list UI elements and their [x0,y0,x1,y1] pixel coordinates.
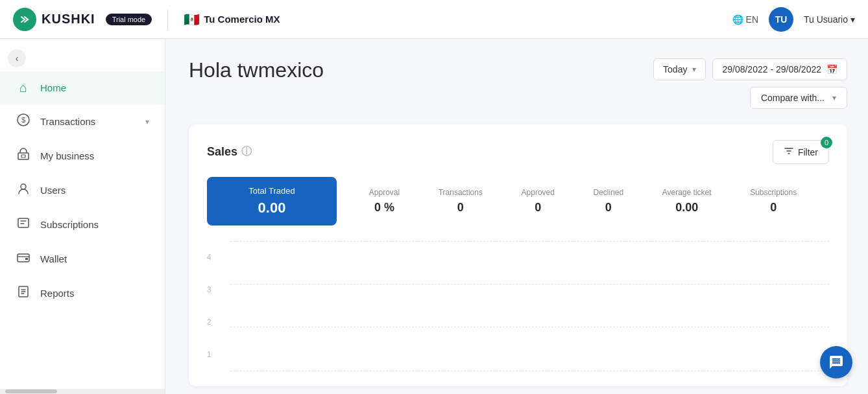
total-traded-value: 0.00 [225,200,319,216]
sales-card-header: Sales ⓘ Filter 0 [207,140,829,164]
page-title: Hola twmexico [189,58,653,82]
date-period-selector[interactable]: Today ▾ [653,58,706,80]
grid-line-1 [230,371,829,371]
y-label-2: 2 [207,318,226,327]
home-icon: ⌂ [16,80,31,95]
topbar-right: 🌐 EN TU Tu Usuario ▾ [732,7,855,32]
main-content: Hola twmexico Today ▾ 29/08/2022 - 29/08… [165,39,868,394]
sales-title: Sales ⓘ [207,145,252,159]
globe-icon: 🌐 [732,14,743,25]
stat-subscriptions-value: 0 [750,201,797,214]
app-body: ‹ ⌂ Home $ Transactions ▾ [0,39,868,394]
stat-average-ticket-label: Average ticket [662,188,712,197]
sidebar-item-label: Subscriptions [40,219,99,230]
y-label-4: 4 [207,253,226,262]
filter-label: Filter [798,147,818,157]
lang-label: EN [746,14,758,25]
divider [167,10,168,29]
stat-transactions: Transactions 0 [439,188,483,214]
sidebar-item-home[interactable]: ⌂ Home [0,71,165,104]
sales-title-text: Sales [207,145,237,159]
transactions-icon: $ [16,113,31,130]
sidebar-item-label: My business [40,150,94,161]
chevron-down-icon: ▾ [832,93,836,102]
flag-icon: 🇲🇽 [184,12,200,27]
sidebar-horizontal-scrollbar[interactable] [0,389,165,394]
sidebar-item-subscriptions[interactable]: Subscriptions [0,207,165,242]
sidebar-nav: ⌂ Home $ Transactions ▾ [0,39,165,389]
sidebar-item-label: Transactions [40,116,95,127]
chevron-down-icon: ▾ [145,117,149,126]
sidebar-item-my-business[interactable]: My business [0,139,165,173]
stat-items-container: Approval 0 % Transactions 0 Approved 0 D… [337,177,829,226]
date-controls: Today ▾ 29/08/2022 - 29/08/2022 📅 [653,58,847,80]
sidebar-item-label: Reports [40,288,75,299]
date-range-label: 29/08/2022 - 29/08/2022 [722,64,821,75]
svg-rect-6 [18,218,29,227]
sales-card: Sales ⓘ Filter 0 Total Traded [189,124,847,386]
user-name-dropdown[interactable]: Tu Usuario ▾ [804,14,855,25]
total-traded-card[interactable]: Total Traded 0.00 [207,177,337,226]
commerce-info: 🇲🇽 Tu Comercio MX [184,12,280,27]
sidebar-item-users[interactable]: Users [0,173,165,207]
subscriptions-icon [16,216,31,233]
commerce-name: Tu Comercio MX [204,14,280,25]
grid-line-2 [230,327,829,327]
svg-text:$: $ [21,116,25,124]
chat-button[interactable] [820,346,852,378]
topbar: KUSHKI Trial mode 🇲🇽 Tu Comercio MX 🌐 EN… [0,0,868,39]
sidebar: ‹ ⌂ Home $ Transactions ▾ [0,39,165,394]
chat-icon [828,354,844,370]
reports-icon [16,285,31,301]
compare-with-selector[interactable]: Compare with... ▾ [750,87,847,109]
trial-badge: Trial mode [106,14,152,25]
chevron-down-icon: ▾ [850,14,855,25]
language-selector[interactable]: 🌐 EN [732,14,758,25]
stats-row: Total Traded 0.00 Approval 0 % Transacti… [207,177,829,226]
sidebar-item-wallet[interactable]: Wallet [0,242,165,276]
compare-label: Compare with... [761,93,825,103]
stat-approval-value: 0 % [369,201,400,214]
stat-approval: Approval 0 % [369,188,400,214]
y-label-1: 1 [207,350,226,359]
chart-grid [230,241,829,371]
header-controls: Today ▾ 29/08/2022 - 29/08/2022 📅 Compar… [653,58,847,109]
grid-line-4 [230,241,829,242]
y-label-3: 3 [207,285,226,294]
user-name-label: Tu Usuario [804,14,848,25]
sidebar-item-reports[interactable]: Reports [0,276,165,310]
stat-average-ticket: Average ticket 0.00 [662,188,712,214]
sidebar-item-label: Wallet [40,253,67,264]
svg-rect-3 [18,153,29,159]
total-traded-label: Total Traded [225,186,319,196]
grid-line-3 [230,284,829,284]
wallet-icon [16,251,31,267]
scrollbar-thumb [5,389,57,393]
logo-area: KUSHKI [13,8,95,31]
info-icon[interactable]: ⓘ [241,145,252,159]
stat-declined: Declined 0 [593,188,623,214]
stat-approved: Approved 0 [522,188,555,214]
logo-icon [13,8,36,31]
stat-transactions-label: Transactions [439,188,483,197]
page-header: Hola twmexico Today ▾ 29/08/2022 - 29/08… [189,58,847,109]
date-range-picker[interactable]: 29/08/2022 - 29/08/2022 📅 [712,58,847,80]
chart-area: 1 2 3 4 [207,241,829,371]
filter-icon [784,146,794,158]
logo-text: KUSHKI [42,12,95,27]
stat-approval-label: Approval [369,188,400,197]
chevron-down-icon: ▾ [692,65,696,74]
filter-button[interactable]: Filter 0 [773,140,829,164]
svg-point-5 [21,184,26,189]
stat-approved-label: Approved [522,188,555,197]
svg-rect-8 [25,258,28,260]
svg-rect-4 [21,155,25,157]
date-period-label: Today [663,64,687,75]
sidebar-collapse-button[interactable]: ‹ [8,49,26,67]
user-avatar: TU [769,7,793,32]
sidebar-item-label: Home [40,82,66,93]
chart-y-labels: 1 2 3 4 [207,241,226,371]
sidebar-item-transactions[interactable]: $ Transactions ▾ [0,104,165,139]
stat-average-ticket-value: 0.00 [662,201,712,214]
stat-declined-value: 0 [593,201,623,214]
